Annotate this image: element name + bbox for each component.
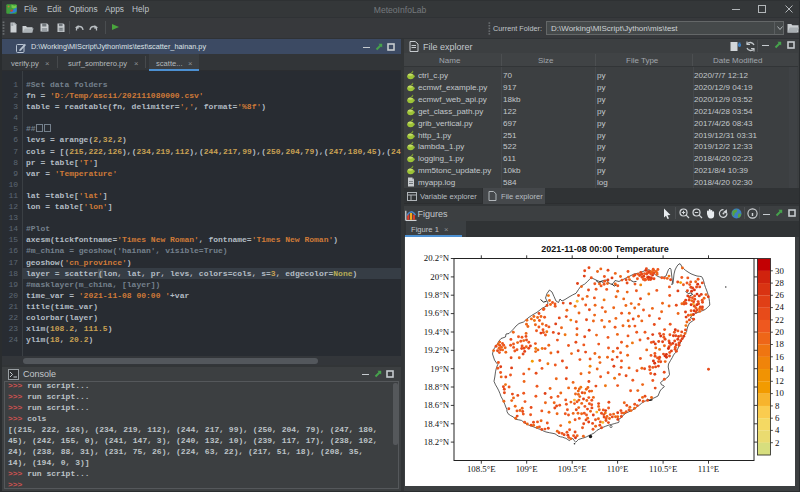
svg-text:30: 30 bbox=[775, 266, 784, 276]
svg-text:6: 6 bbox=[775, 413, 780, 423]
svg-text:26: 26 bbox=[775, 290, 784, 300]
svg-text:22: 22 bbox=[775, 315, 784, 325]
svg-text:110°E: 110°E bbox=[607, 464, 629, 474]
svg-text:111°E: 111°E bbox=[698, 464, 719, 474]
svg-text:19.2°N: 19.2°N bbox=[424, 345, 450, 355]
svg-text:19.4°N: 19.4°N bbox=[424, 327, 450, 337]
svg-text:108.5°E: 108.5°E bbox=[467, 464, 496, 474]
svg-text:14: 14 bbox=[775, 364, 784, 374]
svg-text:19.8°N: 19.8°N bbox=[424, 290, 450, 300]
svg-text:20.2°N: 20.2°N bbox=[424, 253, 450, 263]
svg-text:12: 12 bbox=[775, 376, 784, 386]
svg-text:2021-11-08 00:00 Temperature: 2021-11-08 00:00 Temperature bbox=[541, 244, 668, 254]
svg-text:24: 24 bbox=[775, 302, 784, 312]
svg-text:18.2°N: 18.2°N bbox=[424, 437, 450, 447]
svg-text:28: 28 bbox=[775, 278, 784, 288]
svg-text:109°E: 109°E bbox=[516, 464, 538, 474]
svg-text:19°N: 19°N bbox=[430, 364, 449, 374]
svg-text:2: 2 bbox=[775, 438, 779, 448]
svg-text:18.6°N: 18.6°N bbox=[424, 400, 450, 410]
svg-text:109.5°E: 109.5°E bbox=[558, 464, 587, 474]
svg-text:4: 4 bbox=[775, 425, 780, 435]
svg-text:110.5°E: 110.5°E bbox=[649, 464, 677, 474]
svg-text:20°N: 20°N bbox=[430, 272, 449, 282]
svg-text:18.8°N: 18.8°N bbox=[424, 382, 450, 392]
svg-text:18: 18 bbox=[775, 339, 784, 349]
svg-text:20: 20 bbox=[775, 327, 784, 337]
svg-text:16: 16 bbox=[775, 352, 784, 362]
svg-text:18.4°N: 18.4°N bbox=[424, 419, 450, 429]
svg-text:10: 10 bbox=[775, 388, 784, 398]
svg-text:8: 8 bbox=[775, 401, 780, 411]
svg-text:19.6°N: 19.6°N bbox=[424, 308, 450, 318]
